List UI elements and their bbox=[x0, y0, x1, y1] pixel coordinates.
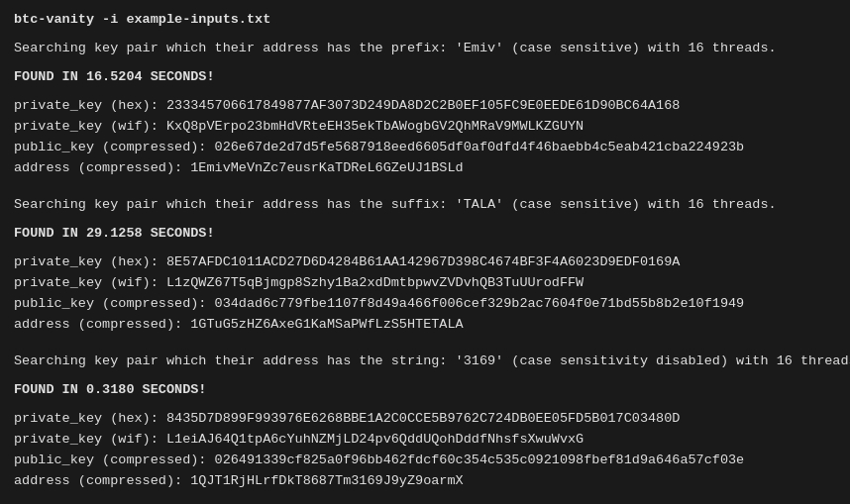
private-key-wif-3: private_key (wif): L1eiAJ64Q1tpA6cYuhNZM… bbox=[14, 430, 836, 451]
found-line-1: FOUND IN 16.5204 SECONDS! bbox=[14, 67, 836, 88]
found-line-2: FOUND IN 29.1258 SECONDS! bbox=[14, 224, 836, 245]
public-key-3: public_key (compressed): 026491339cf825a… bbox=[14, 451, 836, 471]
address-2: address (compressed): 1GTuG5zHZ6AxeG1KaM… bbox=[14, 315, 836, 336]
search-line-3: Searching key pair which their address h… bbox=[14, 352, 836, 372]
spacer-4 bbox=[14, 179, 836, 187]
spacer-3 bbox=[14, 88, 836, 96]
private-key-hex-2: private_key (hex): 8E57AFDC1011ACD27D6D4… bbox=[14, 252, 836, 273]
address-1: address (compressed): 1EmivMeVnZc7eusrKa… bbox=[14, 158, 836, 179]
command-line: btc-vanity -i example-inputs.txt bbox=[14, 10, 836, 31]
spacer-2 bbox=[14, 59, 836, 67]
private-key-wif-1: private_key (wif): KxQ8pVErpo23bmHdVRteE… bbox=[14, 117, 836, 138]
private-key-hex-3: private_key (hex): 8435D7D899F993976E626… bbox=[14, 409, 836, 430]
public-key-1: public_key (compressed): 026e67de2d7d5fe… bbox=[14, 138, 836, 158]
search-line-1: Searching key pair which their address h… bbox=[14, 39, 836, 59]
found-line-3: FOUND IN 0.3180 SECONDS! bbox=[14, 380, 836, 401]
search-line-2: Searching key pair which their address h… bbox=[14, 195, 836, 216]
spacer-9 bbox=[14, 344, 836, 352]
spacer-1 bbox=[14, 31, 836, 39]
spacer-11 bbox=[14, 401, 836, 409]
address-3: address (compressed): 1QJT1RjHLrfDkT8687… bbox=[14, 471, 836, 492]
spacer-10 bbox=[14, 372, 836, 380]
spacer-5 bbox=[14, 187, 836, 195]
spacer-8 bbox=[14, 336, 836, 344]
private-key-hex-1: private_key (hex): 233345706617849877AF3… bbox=[14, 96, 836, 117]
spacer-6 bbox=[14, 216, 836, 224]
private-key-wif-2: private_key (wif): L1zQWZ67T5qBjmgp8Szhy… bbox=[14, 273, 836, 294]
spacer-7 bbox=[14, 245, 836, 252]
public-key-2: public_key (compressed): 034dad6c779fbe1… bbox=[14, 294, 836, 315]
